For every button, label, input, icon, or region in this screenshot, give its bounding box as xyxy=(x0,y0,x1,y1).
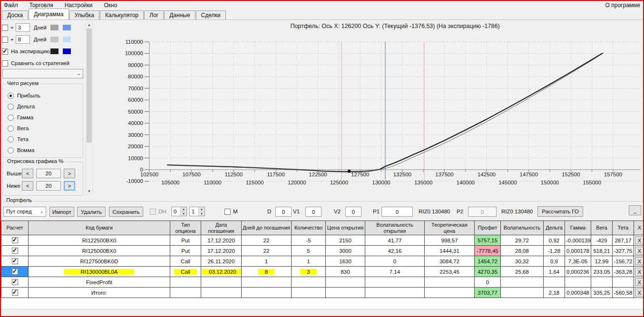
cell-theor-price: 1444,31 xyxy=(425,246,475,256)
tab-данные[interactable]: Данные xyxy=(164,10,195,19)
cell-delta: 0,92 xyxy=(544,235,565,246)
cell-open-vol xyxy=(365,277,425,288)
tab-диаграмма[interactable]: Диаграмма xyxy=(29,9,68,19)
row-checkbox[interactable] xyxy=(12,248,18,254)
cell-theta: -560,58 xyxy=(613,288,634,298)
portfolio-button-save[interactable]: Сохранить xyxy=(109,207,143,217)
cell-code: FixedProfit xyxy=(29,277,170,288)
column-header[interactable]: Теоретическая цена xyxy=(425,221,475,235)
highlight-mark: RI130000BL0A xyxy=(64,269,134,275)
column-header[interactable]: Волатильность открытия xyxy=(365,221,425,235)
highlight-mark: 03.12.2020 xyxy=(202,269,242,275)
row-checkbox[interactable] xyxy=(12,289,18,296)
column-header[interactable]: Гамма xyxy=(565,221,591,235)
p1-input[interactable]: 0 xyxy=(381,207,413,217)
column-header[interactable]: Расчет xyxy=(1,221,29,235)
calc-margin-button[interactable]: Рассчитать ГО xyxy=(537,206,583,217)
row-calc-cell[interactable] xyxy=(1,256,29,267)
cell-open-vol: 7,14 xyxy=(365,267,425,277)
column-header[interactable]: Тип опциона xyxy=(170,221,201,235)
dh-spinner-1-value: 0 xyxy=(172,207,180,216)
highlight-mark: Call xyxy=(174,269,197,275)
row-calc-cell[interactable] xyxy=(1,288,29,298)
v1-input[interactable]: 0 xyxy=(305,207,322,217)
column-header[interactable]: Количество xyxy=(292,221,326,235)
table-row: RI130000BL0ACall03.12.2020838307,142253,… xyxy=(1,267,644,277)
portfolio-button-delete[interactable]: Удалить xyxy=(77,207,106,217)
d-input[interactable]: 0 xyxy=(275,207,292,217)
column-header[interactable]: Тета xyxy=(613,221,634,235)
dh-spinner-2[interactable]: 1▲▼ xyxy=(189,207,205,216)
x-tick-label-row1: 102500 xyxy=(140,172,158,177)
remove-row-button[interactable]: X xyxy=(635,257,644,265)
row-calc-cell[interactable] xyxy=(1,277,29,288)
row-checkbox[interactable] xyxy=(12,258,18,264)
tab-улыбка[interactable]: Улыбка xyxy=(69,10,100,19)
spinner-up-icon[interactable]: ▲ xyxy=(199,207,205,212)
x-tick-label-row1: 152500 xyxy=(562,172,580,177)
spinner-down-icon[interactable]: ▼ xyxy=(181,212,186,216)
cell-delta: 1,64 xyxy=(544,267,565,277)
cell-theor-price xyxy=(425,277,475,288)
tab-доска[interactable]: Доска xyxy=(2,10,28,19)
cell-vol: 30,32 xyxy=(501,256,544,267)
row-calc-cell[interactable] xyxy=(1,267,29,277)
column-header[interactable]: X xyxy=(634,221,644,235)
cell-gamma: 0,000348 xyxy=(565,288,591,298)
remove-row-button[interactable]: X xyxy=(635,278,644,286)
cell-vol xyxy=(501,288,544,298)
portfolio-group-title: Портфель xyxy=(5,197,33,203)
p2-label: P2 xyxy=(457,209,463,214)
cell-open-vol: 42,16 xyxy=(365,246,425,256)
p2-input[interactable]: 0 xyxy=(468,207,497,217)
dh-spinner-1[interactable]: 0▲▼ xyxy=(171,207,187,216)
m-checkbox[interactable] xyxy=(224,209,231,215)
minimize-panel-button[interactable]: _ xyxy=(629,205,641,215)
remove-row-button[interactable]: X xyxy=(635,268,644,276)
y-tick-label: 40000 xyxy=(128,120,143,126)
spinner-down-icon[interactable]: ▼ xyxy=(199,212,205,216)
column-header[interactable]: Код бумаги xyxy=(29,221,170,235)
row-calc-cell[interactable] xyxy=(1,246,29,256)
m-label: M xyxy=(233,209,238,214)
portfolio-button-import[interactable]: Импорт xyxy=(49,207,74,217)
row-checkbox[interactable] xyxy=(12,237,18,243)
menu-item-0[interactable]: Файл xyxy=(1,1,21,9)
cell-qty: 1 xyxy=(292,256,326,267)
column-header[interactable]: Вега xyxy=(591,221,613,235)
menu-item-about[interactable]: О программе xyxy=(603,1,643,9)
column-header[interactable]: Волатильность xyxy=(501,221,544,235)
row-checkbox[interactable] xyxy=(12,269,18,275)
cell-open-price xyxy=(326,288,365,298)
column-header[interactable]: Дата погашения xyxy=(201,221,242,235)
dh-checkbox[interactable] xyxy=(150,209,156,215)
tab-калькулятор[interactable]: Калькулятор xyxy=(100,10,144,19)
row-checkbox[interactable] xyxy=(12,279,18,285)
x-tick-label-row2: 140000 xyxy=(457,180,475,185)
v2-input[interactable]: 0 xyxy=(345,207,361,217)
cell-remove: X xyxy=(634,256,644,267)
cell-open-price xyxy=(326,277,365,288)
menu-item-3[interactable]: Окно xyxy=(101,1,120,9)
profit-chart[interactable]: 1100001000009000080000700006000050000400… xyxy=(1,20,644,197)
preset-dropdown[interactable]: Пут спред⌄ xyxy=(3,207,46,217)
remove-row-button[interactable]: X xyxy=(635,236,644,244)
cell-vol: 29,72 xyxy=(501,235,544,246)
tab-лог[interactable]: Лог xyxy=(144,10,164,19)
menu-item-2[interactable]: Настройки xyxy=(62,1,96,9)
menu-item-1[interactable]: Торговля xyxy=(27,1,56,9)
remove-row-button[interactable]: X xyxy=(635,288,644,297)
cell-qty: -5 xyxy=(292,235,326,246)
remove-row-button[interactable]: X xyxy=(635,247,644,255)
column-header[interactable]: Дельта xyxy=(544,221,565,235)
x-tick-label-row2: 130000 xyxy=(372,180,390,185)
cell-vol: 25,68 xyxy=(501,267,544,277)
cell-type xyxy=(170,288,201,298)
spinner-up-icon[interactable]: ▲ xyxy=(181,207,186,212)
row-calc-cell[interactable] xyxy=(1,235,29,246)
tab-сделки[interactable]: Сделки xyxy=(196,10,226,19)
column-header[interactable]: Дней до погашения xyxy=(242,221,292,235)
column-header[interactable]: Цена открытия xyxy=(326,221,365,235)
cell-remove: X xyxy=(634,277,644,288)
column-header[interactable]: Профит xyxy=(475,221,501,235)
